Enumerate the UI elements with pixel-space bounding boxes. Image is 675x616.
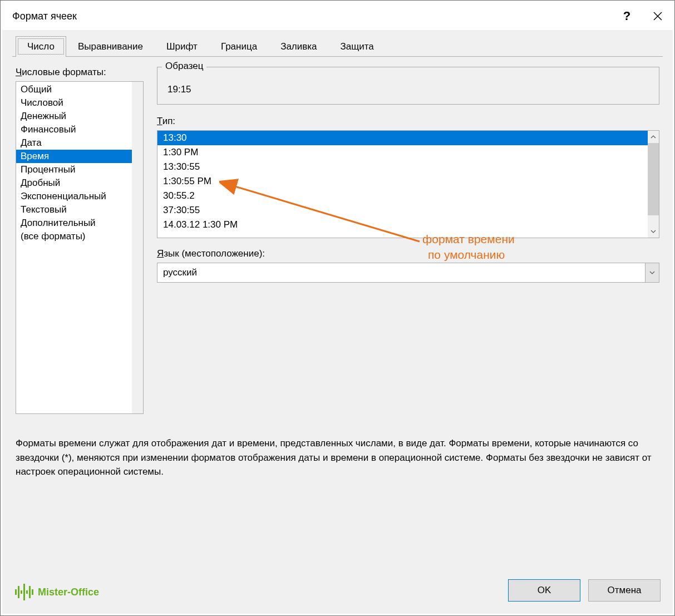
- category-item[interactable]: Экспоненциальный: [16, 190, 143, 203]
- tab-border[interactable]: Граница: [209, 36, 269, 57]
- tab-alignment[interactable]: Выравнивание: [66, 36, 155, 57]
- type-item[interactable]: 13:30:55: [157, 160, 659, 174]
- type-item[interactable]: 37:30:55: [157, 203, 659, 218]
- sample-value: 19:15: [165, 84, 651, 95]
- category-item[interactable]: Дата: [16, 136, 143, 150]
- format-description: Форматы времени служат для отображения д…: [16, 436, 659, 479]
- tab-fill[interactable]: Заливка: [269, 36, 328, 57]
- tab-number[interactable]: Число: [16, 36, 66, 57]
- category-item[interactable]: Текстовый: [16, 203, 143, 216]
- titlebar: Формат ячеек ?: [2, 2, 673, 30]
- category-item[interactable]: Денежный: [16, 110, 143, 123]
- category-item[interactable]: (все форматы): [16, 230, 143, 243]
- svg-rect-4: [15, 589, 17, 595]
- scroll-thumb[interactable]: [648, 143, 659, 215]
- svg-rect-6: [21, 590, 22, 594]
- chevron-down-icon: [649, 271, 655, 274]
- format-cells-dialog: Формат ячеек ? Число Выравнивание Шрифт …: [2, 2, 673, 614]
- help-button[interactable]: ?: [612, 5, 642, 27]
- type-listbox[interactable]: 13:30 1:30 PM 13:30:55 1:30:55 PM 30:55.…: [157, 130, 659, 238]
- type-item[interactable]: 30:55.2: [157, 189, 659, 203]
- sample-label: Образец: [162, 61, 206, 72]
- svg-rect-7: [23, 584, 25, 600]
- svg-rect-9: [29, 586, 31, 598]
- tab-bar: Число Выравнивание Шрифт Граница Заливка…: [16, 36, 663, 56]
- type-item[interactable]: 1:30 PM: [157, 145, 659, 160]
- chevron-down-icon: [651, 230, 656, 233]
- category-item[interactable]: Финансовый: [16, 123, 143, 136]
- cancel-button[interactable]: Отмена: [588, 579, 661, 602]
- scrollbar[interactable]: [132, 82, 143, 413]
- tab-protection[interactable]: Защита: [329, 36, 386, 57]
- logo-text: Mister-Office: [38, 587, 99, 598]
- dialog-title: Формат ячеек: [12, 11, 77, 22]
- category-item[interactable]: Дополнительный: [16, 216, 143, 230]
- close-icon: [653, 12, 662, 21]
- category-item[interactable]: Процентный: [16, 163, 143, 176]
- sample-group: Образец 19:15: [157, 67, 659, 105]
- svg-rect-5: [18, 586, 19, 598]
- scroll-up-button[interactable]: [648, 131, 659, 143]
- type-item[interactable]: 13:30: [157, 131, 659, 145]
- mister-office-logo: Mister-Office: [14, 584, 99, 600]
- type-item[interactable]: 1:30:55 PM: [157, 174, 659, 189]
- category-item[interactable]: Общий: [16, 83, 143, 96]
- locale-dropdown[interactable]: русский: [157, 263, 659, 283]
- ok-button[interactable]: OK: [508, 579, 580, 602]
- category-item[interactable]: Дробный: [16, 176, 143, 190]
- categories-listbox[interactable]: Общий Числовой Денежный Финансовый Дата …: [16, 81, 144, 414]
- category-item[interactable]: Время: [16, 150, 143, 163]
- scroll-down-button[interactable]: [648, 225, 659, 238]
- tab-font[interactable]: Шрифт: [155, 36, 209, 57]
- close-button[interactable]: [642, 5, 673, 27]
- chevron-up-icon: [651, 135, 656, 139]
- svg-rect-8: [26, 590, 28, 594]
- dropdown-button[interactable]: [645, 263, 659, 282]
- categories-label: Числовые форматы:: [16, 67, 144, 78]
- locale-label: Язык (местоположение):: [157, 248, 659, 259]
- locale-value: русский: [157, 267, 645, 278]
- type-item[interactable]: 14.03.12 1:30 PM: [157, 218, 659, 232]
- scrollbar[interactable]: [648, 131, 659, 238]
- type-label: Тип:: [157, 116, 659, 127]
- svg-rect-10: [32, 589, 33, 595]
- logo-icon: [14, 584, 35, 600]
- category-item[interactable]: Числовой: [16, 96, 143, 110]
